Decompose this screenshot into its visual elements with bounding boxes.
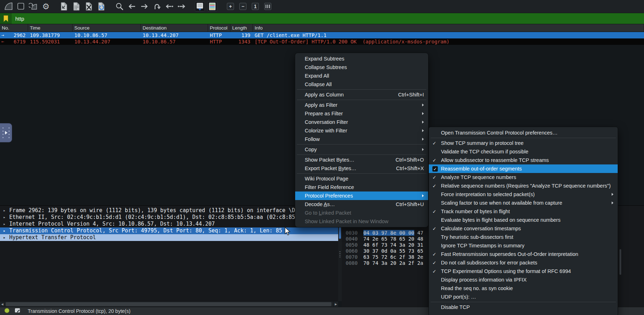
reload-file-button[interactable]	[96, 1, 107, 12]
menu-item-validate-the-tcp-checksum-if-possible[interactable]: Validate the TCP checksum if possible	[429, 147, 618, 156]
horizontal-scrollbar[interactable]: ◄ ►	[0, 301, 338, 307]
menu-item-show-tcp-summary-in-protocol-tree[interactable]: ✓Show TCP summary in protocol tree	[429, 139, 618, 147]
menu-item-label: Validate the TCP checksum if possible	[441, 149, 528, 154]
menu-item-follow[interactable]: Follow	[295, 135, 428, 143]
go-forward-button[interactable]	[139, 1, 150, 12]
menu-item-show-packet-bytes[interactable]: Show Packet Bytes…Ctrl+Shift+O	[295, 156, 428, 164]
menu-item-relative-sequence-numbers-requires-analyze-tcp-sequence-numbers[interactable]: ✓Relative sequence numbers (Requires "An…	[429, 182, 618, 190]
menu-item-allow-subdissector-to-reassemble-tcp-streams[interactable]: ✓Allow subdissector to reassemble TCP st…	[429, 156, 618, 164]
menu-item-label: Colorize with Filter	[305, 128, 347, 133]
menu-item-expand-all[interactable]: Expand All	[295, 72, 428, 80]
detail-tree-line[interactable]: ▸Ethernet II, Src: 02:c4:9c:b1:5d:d1 (02…	[0, 214, 338, 221]
column-header-no[interactable]: No.	[0, 24, 28, 32]
menu-item-track-number-of-bytes-in-flight[interactable]: ✓Track number of bytes in flight	[429, 207, 618, 216]
expand-arrow-icon[interactable]: ▸	[3, 207, 6, 214]
colorize-button[interactable]	[207, 1, 218, 12]
menu-item-calculate-conversation-timestamps[interactable]: ✓Calculate conversation timestamps	[429, 224, 618, 233]
menu-item-apply-as-filter[interactable]: Apply as Filter	[295, 101, 428, 109]
scroll-right-arrow-icon[interactable]: ►	[333, 301, 338, 307]
expand-arrow-icon[interactable]: ▸	[3, 214, 6, 221]
expand-arrow-icon[interactable]: ▸	[3, 221, 6, 227]
menu-item-evaluate-bytes-in-flight-based-on-sequence-numbers[interactable]: Evaluate bytes in flight based on sequen…	[429, 216, 618, 224]
menu-item-udp-port-s[interactable]: UDP port(s): …	[429, 293, 618, 301]
expert-info-dot-icon[interactable]	[4, 308, 10, 315]
capture-start-button[interactable]	[3, 1, 14, 12]
menu-item-wiki-protocol-page[interactable]: Wiki Protocol Page	[295, 174, 428, 183]
capture-options-button[interactable]: ⚙	[40, 1, 52, 12]
menu-item-export-packet-bytes[interactable]: Export Packet Bytes…Ctrl+Shift+X	[295, 164, 428, 173]
menu-item-tcp-experimental-options-using-the-format-of-rfc-6994[interactable]: ✓TCP Experimental Options using the form…	[429, 267, 618, 275]
zoom-100-button[interactable]: 1	[250, 1, 261, 12]
find-packet-button[interactable]	[114, 1, 125, 12]
menu-item-force-interpretation-to-selected-packet-s[interactable]: Force interpretation to selected packet(…	[429, 190, 618, 199]
capture-comment-icon[interactable]	[15, 308, 21, 315]
menu-item-display-process-information-via-ipfix[interactable]: Display process information via IPFIX	[429, 275, 618, 284]
zoom-out-button[interactable]: −	[237, 1, 249, 12]
menu-item-analyze-tcp-sequence-numbers[interactable]: ✓Analyze TCP sequence numbers	[429, 173, 618, 182]
column-header-info[interactable]: Info	[253, 24, 644, 32]
expand-arrow-icon[interactable]: ▸	[3, 234, 6, 241]
save-file-button[interactable]	[71, 1, 82, 12]
menu-item-colorize-with-filter[interactable]: Colorize with Filter	[295, 126, 428, 135]
packet-row[interactable]: 2962109.38177910.10.86.5710.13.44.207HTT…	[0, 32, 644, 38]
wireshark-window: ⚙+−1 http No.TimeSourceDestinationProtoc…	[0, 0, 644, 315]
capture-restart-button[interactable]	[28, 1, 39, 12]
go-back-button[interactable]	[126, 1, 138, 12]
checkmark-icon: ✓	[432, 252, 441, 257]
menu-item-collapse-subtrees[interactable]: Collapse Subtrees	[295, 63, 428, 72]
menu-item-disable-tcp[interactable]: Disable TCP	[429, 303, 618, 311]
menu-item-copy[interactable]: Copy	[295, 145, 428, 154]
go-last-packet-button[interactable]	[176, 1, 187, 12]
column-header-time[interactable]: Time	[28, 24, 73, 32]
menu-item-open-transmission-control-protocol-preferences[interactable]: Open Transmission Control Protocol prefe…	[429, 128, 618, 137]
menu-item-expand-subtrees[interactable]: Expand Subtrees	[295, 54, 428, 63]
go-to-packet-button[interactable]	[151, 1, 163, 12]
menu-item-collapse-all[interactable]: Collapse All	[295, 80, 428, 89]
menu-item-conversation-filter[interactable]: Conversation Filter	[295, 118, 428, 126]
menu-item-reassemble-out-of-order-segments[interactable]: ✓Reassemble out-of-order segments	[429, 164, 618, 173]
scroll-left-arrow-icon[interactable]: ◄	[0, 301, 5, 307]
checkmark-icon: ✓	[432, 269, 441, 274]
horizontal-scrollbar-thumb[interactable]	[6, 302, 331, 306]
menu-item-do-not-call-subdissectors-for-error-packets[interactable]: ✓Do not call subdissectors for error pac…	[429, 258, 618, 267]
menu-item-label: Prepare as Filter	[305, 111, 343, 116]
column-header-length[interactable]: Length	[230, 24, 253, 32]
menu-item-decode-as[interactable]: Decode As…Ctrl+Shift+U	[295, 200, 428, 209]
menu-item-fast-retransmission-supersedes-out-of-order-interpretation[interactable]: ✓Fast Retransmission supersedes Out-of-O…	[429, 250, 618, 258]
menu-item-prepare-as-filter[interactable]: Prepare as Filter	[295, 109, 428, 118]
capture-stop-button[interactable]	[15, 1, 27, 12]
menu-item-filter-field-reference[interactable]: Filter Field Reference	[295, 183, 428, 191]
expand-arrow-icon	[5, 131, 7, 135]
menu-item-protocol-preferences[interactable]: Protocol Preferences	[295, 191, 428, 200]
hex-scrollbar-thumb[interactable]	[619, 249, 621, 275]
column-header-destination[interactable]: Destination	[141, 24, 208, 32]
autoscroll-button[interactable]	[194, 1, 206, 12]
detail-tree-line[interactable]: ▸Frame 2962: 139 bytes on wire (1112 bit…	[0, 207, 338, 214]
go-first-packet-button[interactable]	[164, 1, 175, 12]
menu-item-label: Decode As…	[305, 201, 335, 207]
detail-line-text: Ethernet II, Src: 02:c4:9c:b1:5d:d1 (02:…	[9, 214, 295, 220]
zoom-in-button[interactable]: +	[225, 1, 236, 12]
cell-length: 139	[230, 32, 253, 38]
menu-item-label: Allow subdissector to reassemble TCP str…	[441, 157, 549, 163]
checkmark-icon: ✓	[432, 141, 441, 146]
open-file-button[interactable]	[58, 1, 70, 12]
column-header-source[interactable]: Source	[73, 24, 141, 32]
resize-columns-button[interactable]	[262, 1, 273, 12]
menu-item-label: Evaluate bytes in flight based on sequen…	[441, 217, 560, 223]
column-header-protocol[interactable]: Protocol	[208, 24, 230, 32]
expand-arrow-icon[interactable]: ▸	[3, 227, 6, 234]
filter-input[interactable]: http	[15, 16, 24, 22]
filter-bookmark-button[interactable]	[0, 13, 12, 24]
menu-item-label: Display process information via IPFIX	[441, 277, 527, 283]
hex-offset: 0060	[346, 248, 358, 254]
menu-item-scaling-factor-to-use-when-not-available-from-capture[interactable]: Scaling factor to use when not available…	[429, 199, 618, 207]
submenu-arrow-icon	[422, 112, 424, 115]
menu-item-read-the-seq-no-as-syn-cookie[interactable]: Read the seq no. as syn cookie	[429, 284, 618, 293]
menu-item-ignore-tcp-timestamps-in-summary[interactable]: Ignore TCP Timestamps in summary	[429, 241, 618, 250]
menu-item-apply-as-column[interactable]: Apply as ColumnCtrl+Shift+I	[295, 90, 428, 99]
close-file-button[interactable]	[83, 1, 95, 12]
menu-item-try-heuristic-sub-dissectors-first[interactable]: Try heuristic sub-dissectors first	[429, 233, 618, 241]
packet-row[interactable]: 6719115.59203110.13.44.20710.10.86.57HTT…	[0, 38, 644, 45]
collapsed-pane-handle[interactable]	[0, 123, 12, 142]
